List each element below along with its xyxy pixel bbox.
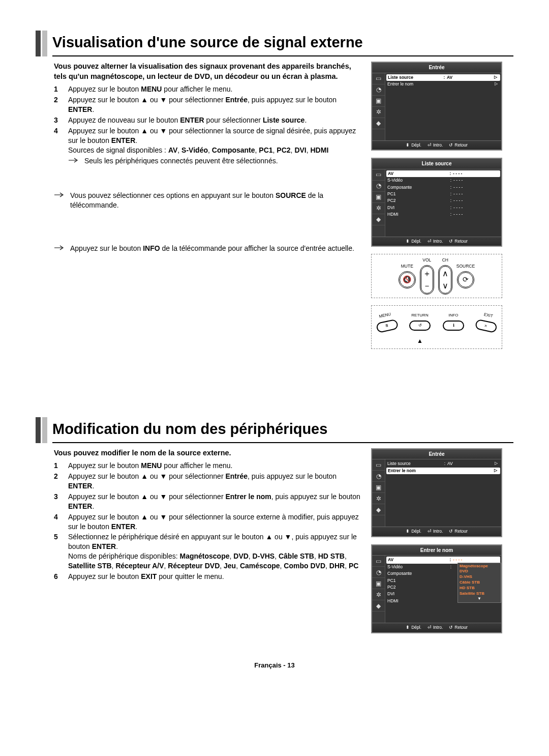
step3: Appuyez de nouveau sur le bouton ENTER p…	[68, 115, 361, 125]
screen-icon: ▣	[372, 482, 385, 493]
pc-icon: ◆	[372, 504, 385, 515]
section1-text-column: Vous pouvez alterner la visualisation de…	[36, 62, 361, 356]
clock-icon: ◔	[372, 84, 385, 96]
osd-row-svideo: S-Vidéo:- - - -	[387, 177, 499, 184]
osd-row-pc1: PC1:- - - -	[387, 191, 499, 197]
screen-icon: ▣	[372, 192, 385, 203]
gear-icon: ✲	[372, 107, 385, 118]
return-button-icon: ↺	[409, 321, 431, 331]
device-name-dropdown: Magnétoscope DVD D-VHS Câble STB HD STB …	[458, 563, 501, 603]
step4: Appuyez sur le bouton ▲ ou ▼ pour sélect…	[68, 126, 361, 166]
section2-steps: 1Appuyez sur le bouton MENU pour affiche…	[54, 461, 361, 581]
osd-liste-source: Liste source ▭ ◔ ▣ ✲ ◆ AV:- - - - S-Vidé…	[371, 158, 502, 247]
exit-button-icon: ⨯	[475, 318, 498, 333]
section2-content: Vous pouvez modifier le nom de la source…	[36, 448, 513, 641]
clock-icon: ◔	[372, 567, 385, 578]
remote-return-info: MENU Ⅲ RETURN ↺ ▲ INFO ℹ EXIT ⨯	[371, 305, 502, 349]
pc-icon: ◆	[372, 600, 385, 612]
screen-icon: ▣	[372, 578, 385, 589]
section2-title: Modification du nom des périphériques	[52, 417, 513, 443]
tv-icon: ▭	[372, 73, 385, 84]
section1-note2: Vous pouvez sélectionner ces options en …	[54, 191, 361, 210]
screen-icon: ▣	[372, 96, 385, 107]
section1-title: Visualisation d'une source de signal ext…	[52, 31, 513, 56]
osd-entree-2: Entrée ▭ ◔ ▣ ✲ ◆ Liste source:AV▷ Entrer…	[371, 448, 502, 537]
osd-row-liste-source: Liste source:AV▷	[387, 460, 499, 467]
page-footer: Français - 13	[36, 661, 513, 670]
step2: Appuyez sur le bouton ▲ ou ▼ pour sélect…	[68, 95, 361, 114]
header-bar-dark	[36, 31, 41, 56]
osd-row-liste-source: Liste source:AV▷	[386, 74, 500, 81]
chevron-down-icon: ▼	[459, 596, 500, 602]
gear-icon: ✲	[372, 203, 385, 214]
osd-bottom-bar: ⬍ Dépl. ⏎ Intro. ↺ Retour	[372, 140, 501, 150]
gear-icon: ✲	[372, 493, 385, 504]
osd-sidebar: ▭ ◔ ▣ ✲ ◆	[372, 73, 385, 140]
osd-row-pc2: PC2:- - - -	[387, 197, 499, 204]
osd-entrer-nom: Entrer le nom ▭ ◔ ▣ ✲ ◆ AV:- - - - S-Vid…	[371, 544, 502, 633]
pc-icon: ◆	[372, 214, 385, 225]
section1-note3: Appuyez sur le bouton INFO de la télécom…	[54, 244, 361, 253]
menu-button-icon: Ⅲ	[376, 318, 399, 333]
osd-row-entrer-nom: Entrer le nom▷	[386, 468, 500, 474]
section2-header: Modification du nom des périphériques	[36, 417, 513, 443]
gear-icon: ✲	[372, 589, 385, 600]
remote-volume-source: MUTE🔇 VOL＋－ CH∧∨ SOURCE⟳	[371, 254, 502, 298]
mute-button-icon: 🔇	[399, 271, 416, 288]
ch-rocker-icon: ∧∨	[438, 265, 452, 295]
osd-row-hdmi: HDMI:- - - -	[387, 211, 499, 218]
osd-entree: Entrée ▭ ◔ ▣ ✲ ◆ Liste source:AV▷ Entrer…	[371, 62, 502, 151]
step1: Appuyez sur le bouton MENU pour afficher…	[68, 84, 361, 94]
section1-header: Visualisation d'une source de signal ext…	[36, 31, 513, 56]
clock-icon: ◔	[372, 181, 385, 192]
tv-icon: ▭	[372, 169, 385, 181]
section2-intro: Vous pouvez modifier le nom de la source…	[54, 448, 361, 458]
clock-icon: ◔	[372, 471, 385, 482]
pc-icon: ◆	[372, 118, 385, 129]
osd-row-composante: Composante:- - - -	[387, 184, 499, 191]
note-arrow-icon	[54, 191, 65, 210]
tv-icon: ▭	[372, 459, 385, 471]
step4-note: Seuls les périphériques connectés peuven…	[68, 156, 361, 166]
tv-icon: ▭	[372, 556, 385, 567]
osd-row-av: AV:- - - -	[386, 170, 500, 177]
osd-row-entrer-nom: Entrer le nom▷	[387, 81, 499, 88]
osd-row-dvi: DVI:- - - -	[387, 205, 499, 211]
dpad-up-icon: ▲	[417, 337, 423, 345]
header-bar-light	[42, 31, 47, 56]
section1-intro: Vous pouvez alterner la visualisation de…	[54, 62, 361, 81]
section1-content: Vous pouvez alterner la visualisation de…	[36, 62, 513, 356]
source-button-icon: ⟳	[457, 271, 474, 288]
section1-image-column: Entrée ▭ ◔ ▣ ✲ ◆ Liste source:AV▷ Entrer…	[371, 62, 513, 356]
vol-rocker-icon: ＋－	[420, 265, 434, 295]
note-arrow-icon	[68, 156, 79, 166]
note-arrow-icon	[54, 244, 65, 253]
section1-steps: 1Appuyez sur le bouton MENU pour affiche…	[54, 84, 361, 165]
info-button-icon: ℹ	[443, 321, 464, 331]
